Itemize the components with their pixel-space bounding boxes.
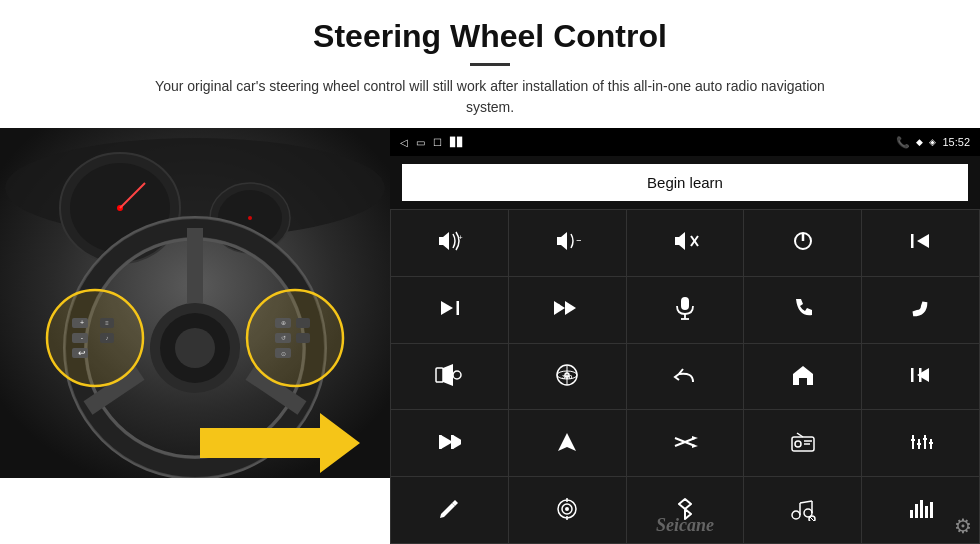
prev-track-icon	[909, 232, 933, 253]
svg-marker-76	[692, 444, 698, 448]
back-button[interactable]	[627, 344, 744, 410]
svg-rect-104	[920, 500, 923, 518]
navigate-button[interactable]	[509, 410, 626, 476]
mute-icon	[671, 230, 699, 255]
steering-wheel-svg: + - ↩ ≡ ♪ ⊕ ↺ ⊙	[0, 128, 390, 478]
begin-learn-button[interactable]: Begin learn	[402, 164, 968, 201]
svg-rect-106	[930, 502, 933, 518]
svg-rect-103	[915, 504, 918, 518]
fast-forward-icon	[552, 299, 582, 320]
target-icon	[555, 497, 579, 524]
settings2-button[interactable]	[627, 410, 744, 476]
photo-panel: + - ↩ ≡ ♪ ⊕ ↺ ⊙	[0, 128, 390, 478]
header-section: Steering Wheel Control Your original car…	[0, 0, 980, 128]
svg-marker-66	[917, 368, 929, 382]
wifi-icon: ◈	[929, 137, 936, 147]
svg-point-18	[175, 328, 215, 368]
mic-button[interactable]	[627, 277, 744, 343]
signal-bars-icon: ▊▊	[450, 137, 464, 147]
mute-button[interactable]	[627, 210, 744, 276]
target-button[interactable]	[509, 477, 626, 543]
mic-icon	[675, 296, 695, 323]
home-button[interactable]	[744, 344, 861, 410]
location-icon: ◆	[916, 137, 923, 147]
radio-icon	[790, 431, 816, 456]
end-call-button[interactable]	[862, 277, 979, 343]
rewind-icon	[909, 366, 933, 387]
svg-point-30	[247, 290, 343, 386]
spectrum-icon	[908, 498, 934, 523]
360-icon: 360	[553, 363, 581, 390]
content-area: + - ↩ ≡ ♪ ⊕ ↺ ⊙	[0, 128, 980, 544]
next-track-button[interactable]	[391, 277, 508, 343]
control-panel: ◁ ▭ ☐ ▊▊ 📞 ◆ ◈ 15:52 Begin learn	[390, 128, 980, 544]
svg-text:↺: ↺	[281, 335, 286, 341]
svg-rect-48	[457, 301, 460, 315]
bluetooth-icon	[676, 497, 694, 524]
shuffle-icon	[672, 433, 698, 454]
skip-next-button[interactable]	[391, 410, 508, 476]
svg-line-99	[800, 501, 812, 503]
page-title: Steering Wheel Control	[60, 18, 920, 55]
home-nav-icon[interactable]: ▭	[416, 137, 425, 148]
eq-icon	[909, 431, 933, 456]
call-button[interactable]	[744, 277, 861, 343]
subtitle-text: Your original car's steering wheel contr…	[140, 76, 840, 118]
svg-rect-56	[436, 368, 443, 382]
vol-up-icon: +	[435, 230, 463, 255]
title-divider	[470, 63, 510, 66]
svg-rect-65	[911, 368, 914, 382]
edit-button[interactable]	[391, 477, 508, 543]
home-icon	[791, 364, 815, 389]
radio-button[interactable]	[744, 410, 861, 476]
vol-up-button[interactable]: +	[391, 210, 508, 276]
svg-marker-72	[558, 433, 576, 451]
svg-line-101	[810, 517, 814, 521]
svg-rect-37	[296, 318, 310, 328]
svg-text:−: −	[576, 234, 581, 246]
eq-button[interactable]	[862, 410, 979, 476]
controls-grid: + −	[390, 209, 980, 544]
next-track-icon	[437, 299, 461, 320]
recent-apps-icon[interactable]: ☐	[433, 137, 442, 148]
speaker-icon	[435, 363, 463, 390]
fast-forward-button[interactable]	[509, 277, 626, 343]
360-button[interactable]: 360	[509, 344, 626, 410]
skip-next-icon	[437, 433, 461, 454]
power-icon	[792, 230, 814, 255]
svg-marker-57	[443, 364, 453, 386]
svg-marker-71	[453, 435, 461, 449]
status-right: 📞 ◆ ◈ 15:52	[896, 136, 970, 149]
speaker-button[interactable]	[391, 344, 508, 410]
end-call-icon	[908, 297, 934, 322]
svg-text:♪: ♪	[106, 335, 109, 341]
svg-point-92	[565, 507, 569, 511]
music-settings-icon	[790, 497, 816, 524]
svg-rect-105	[925, 506, 928, 518]
svg-text:⊕: ⊕	[281, 320, 286, 326]
prev-track-button[interactable]	[862, 210, 979, 276]
svg-marker-47	[917, 234, 929, 248]
status-time: 15:52	[942, 136, 970, 148]
status-left: ◁ ▭ ☐ ▊▊	[400, 137, 464, 148]
vol-down-button[interactable]: −	[509, 210, 626, 276]
steering-wheel-bg: + - ↩ ≡ ♪ ⊕ ↺ ⊙	[0, 128, 390, 478]
settings-gear-button[interactable]: ⚙	[954, 514, 972, 538]
power-button[interactable]	[744, 210, 861, 276]
back-icon2	[673, 364, 697, 389]
svg-text:+: +	[80, 319, 84, 326]
page-wrapper: Steering Wheel Control Your original car…	[0, 0, 980, 544]
music-settings-button[interactable]	[744, 477, 861, 543]
svg-text:⊙: ⊙	[281, 351, 286, 357]
bluetooth-button[interactable]	[627, 477, 744, 543]
svg-point-78	[795, 441, 801, 447]
back-icon[interactable]: ◁	[400, 137, 408, 148]
svg-marker-50	[554, 301, 565, 315]
phone-status-icon: 📞	[896, 136, 910, 149]
navigate-icon	[556, 431, 578, 456]
begin-learn-row: Begin learn	[390, 156, 980, 209]
svg-rect-38	[296, 333, 310, 343]
svg-marker-75	[692, 436, 698, 440]
vol-down-icon: −	[553, 230, 581, 255]
rewind-button[interactable]	[862, 344, 979, 410]
